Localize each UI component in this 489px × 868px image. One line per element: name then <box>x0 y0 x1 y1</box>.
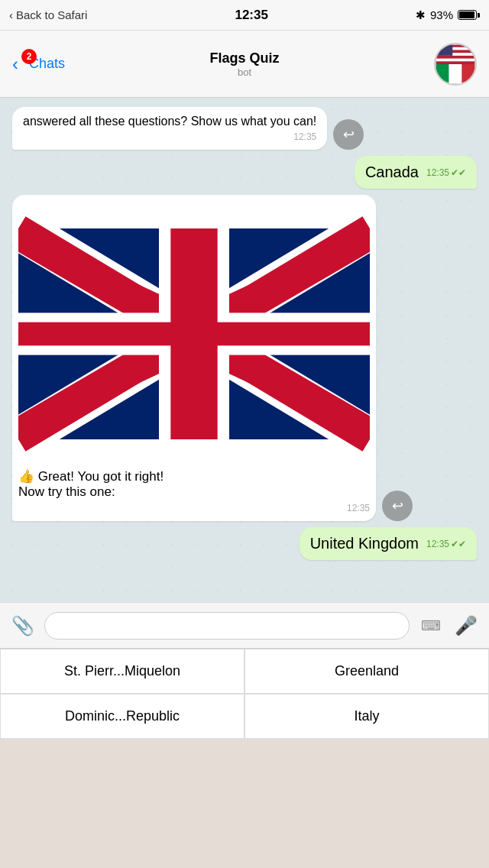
status-bar: ‹ Back to Safari 12:35 ✱ 93% <box>0 0 489 31</box>
back-to-safari-label: Back to Safari <box>16 8 87 21</box>
time-check-uk: 12:35 ✔✔ <box>426 539 466 549</box>
svg-rect-3 <box>436 58 475 61</box>
keyboard-icon: ⌨ <box>421 617 441 634</box>
bot-message-2: 👍 Great! You got it right! Now try this … <box>12 195 477 521</box>
user-bubble-canada: Canada 12:35 ✔✔ <box>355 156 477 189</box>
svg-rect-6 <box>449 64 462 84</box>
svg-rect-21 <box>18 322 370 346</box>
back-button[interactable]: ‹ 2 Chats <box>12 53 65 75</box>
bot-message-text-1: answered all these questions? Show us wh… <box>23 115 316 128</box>
battery-percent: 93% <box>430 8 453 21</box>
user-message-canada: Canada 12:35 ✔✔ <box>12 156 477 189</box>
forward-icon-2: ↩ <box>392 497 403 514</box>
svg-rect-4 <box>436 44 452 56</box>
input-area: 📎 ⌨ 🎤 <box>0 602 489 648</box>
badge: 2 <box>21 49 37 64</box>
attach-icon: 📎 <box>11 615 34 636</box>
bot-message-text-2: 👍 Great! You got it right! Now try this … <box>18 468 370 500</box>
uk-flag <box>18 204 370 464</box>
keyboard-button[interactable]: ⌨ <box>417 612 445 640</box>
back-chevron-icon: ‹ <box>12 53 18 75</box>
forward-icon-1: ↩ <box>343 126 355 143</box>
messages-container: answered all these questions? Show us wh… <box>0 98 489 569</box>
nav-title-block: Flags Quiz bot <box>209 50 279 78</box>
answer-grid: St. Pierr...Miquelon Greenland Dominic..… <box>0 648 489 739</box>
nav-subtitle: bot <box>209 66 279 78</box>
double-check-canada: ✔✔ <box>451 167 466 178</box>
attach-button[interactable]: 📎 <box>9 612 37 640</box>
double-check-uk: ✔✔ <box>451 539 466 549</box>
forward-button-1[interactable]: ↩ <box>333 119 364 150</box>
bot-avatar[interactable] <box>434 43 477 86</box>
battery-icon <box>458 10 480 20</box>
user-text-uk: United Kingdom <box>310 535 419 552</box>
status-right: ✱ 93% <box>416 8 480 22</box>
svg-rect-5 <box>436 64 449 84</box>
nav-title: Flags Quiz <box>209 50 279 66</box>
chevron-left-icon: ‹ <box>9 8 13 21</box>
bot-message-1: answered all these questions? Show us wh… <box>12 107 477 150</box>
mic-button[interactable]: 🎤 <box>452 612 480 640</box>
bot-message-time-2: 12:35 <box>18 503 370 513</box>
status-back[interactable]: ‹ Back to Safari <box>9 8 87 21</box>
user-message-uk: United Kingdom 12:35 ✔✔ <box>12 527 477 560</box>
status-time: 12:35 <box>235 8 267 23</box>
bot-bubble-1: answered all these questions? Show us wh… <box>12 107 327 150</box>
answer-btn-1[interactable]: St. Pierr...Miquelon <box>0 649 244 694</box>
message-input[interactable] <box>44 612 410 640</box>
answer-btn-2[interactable]: Greenland <box>244 649 489 694</box>
chat-area: answered all these questions? Show us wh… <box>0 98 489 602</box>
bluetooth-icon: ✱ <box>416 8 426 22</box>
bot-bubble-2: 👍 Great! You got it right! Now try this … <box>12 195 376 521</box>
time-check-canada: 12:35 ✔✔ <box>426 167 466 178</box>
answer-btn-3[interactable]: Dominic...Republic <box>0 694 244 739</box>
bot-message-time-1: 12:35 <box>23 131 316 142</box>
nav-bar: ‹ 2 Chats Flags Quiz bot <box>0 31 489 98</box>
answer-btn-4[interactable]: Italy <box>244 694 489 739</box>
forward-button-2[interactable]: ↩ <box>382 491 413 521</box>
user-text-canada: Canada <box>365 164 419 181</box>
svg-rect-7 <box>461 64 475 84</box>
mic-icon: 🎤 <box>455 615 478 636</box>
user-bubble-uk: United Kingdom 12:35 ✔✔ <box>300 527 477 560</box>
